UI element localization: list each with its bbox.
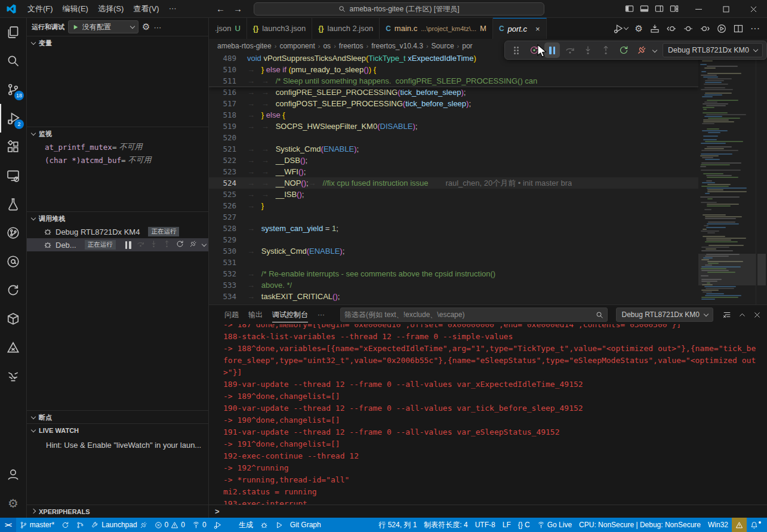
menu-查看[interactable]: 查看(V)	[128, 2, 164, 16]
editor-action-reset-halt[interactable]	[667, 24, 676, 33]
session-plug-button[interactable]	[189, 240, 197, 250]
panel-tab-···[interactable]: ···	[313, 307, 329, 322]
activity-item-embedded-tools[interactable]	[0, 362, 26, 390]
status-source-control-extra[interactable]	[73, 518, 88, 532]
activity-item-testing[interactable]	[0, 190, 26, 219]
code-line[interactable]: 510→ } else if (pmu_ready_to_sleep()) {	[209, 64, 698, 75]
panel-tab-调试控制台[interactable]: 调试控制台	[267, 306, 313, 324]
activity-item-build-tools[interactable]	[0, 333, 26, 362]
activity-item-manage[interactable]: ⚙	[0, 489, 26, 518]
status-eol[interactable]: LF	[499, 518, 515, 532]
breadcrumb-item[interactable]: os	[323, 42, 331, 50]
xperipherals-pane-header[interactable]: XPERIPHERALS	[27, 505, 208, 518]
clear-console-icon[interactable]	[723, 310, 731, 319]
chevron-down-icon[interactable]	[652, 48, 657, 53]
breadcrumb-item[interactable]: ameba-rtos-gitee	[217, 42, 272, 50]
status-encoding[interactable]: UTF-8	[472, 518, 499, 532]
session-step-into-button[interactable]	[150, 240, 158, 250]
activity-item-search[interactable]	[0, 47, 26, 75]
activity-item-extensions[interactable]	[0, 133, 26, 161]
minimap[interactable]	[698, 53, 756, 305]
code-line[interactable]: 534→ taskEXIT_CRITICAL();	[209, 291, 698, 302]
code-line[interactable]: 528→ system_can_yield = 1;	[209, 223, 698, 234]
code-line[interactable]: 523→ → __WFI();	[209, 166, 698, 177]
nav-back-button[interactable]: ←	[216, 4, 225, 14]
status-debug-bug[interactable]	[257, 518, 272, 532]
activity-item-timeline[interactable]	[0, 276, 26, 305]
code-line[interactable]: 530→ Systick_Cmd(ENABLE);	[209, 245, 698, 257]
debug-step-into-button[interactable]	[580, 42, 596, 58]
menu-选择[interactable]: 选择(S)	[93, 2, 128, 16]
breadcrumb-item[interactable]: freertos_v10.4.3	[371, 42, 423, 50]
code-line[interactable]: 520	[209, 132, 698, 143]
debug-session-selector[interactable]: Debug RTL8721Dx KM0	[663, 43, 763, 57]
breadcrumb-item[interactable]: Source	[432, 42, 454, 50]
status-cursor-position[interactable]: 行 524, 列 1	[375, 518, 420, 532]
toggle-panel-icon[interactable]	[640, 4, 649, 13]
watch-item[interactable]: at_printf_mutex = 不可用	[27, 140, 208, 153]
debug-pause-button[interactable]	[544, 42, 560, 58]
status-ports[interactable]: 0	[189, 518, 210, 532]
activity-item-explorer[interactable]	[0, 18, 26, 47]
gear-icon[interactable]: ⚙	[142, 21, 150, 32]
code-line[interactable]: 518→ } else {	[209, 109, 698, 121]
debug-restart-button[interactable]	[616, 42, 632, 58]
activity-item-source-control[interactable]: 18	[0, 75, 26, 104]
code-line[interactable]: 532→ /* Re-enable interrupts - see comme…	[209, 268, 698, 279]
activity-item-accounts[interactable]	[0, 460, 26, 489]
debug-session-dropdown[interactable]: Debug RTL8721Dx KM0	[616, 307, 713, 322]
editor-action-run-circle[interactable]	[717, 24, 726, 33]
debug-disconnect-button[interactable]	[634, 42, 649, 58]
status-git-graph[interactable]: Git Graph	[287, 518, 325, 532]
live-watch-pane-header[interactable]: LIVE WATCH	[27, 424, 208, 437]
code-line[interactable]: 516→ → configPRE_SLEEP_PROCESSING(tick_b…	[209, 87, 698, 98]
tab-.json[interactable]: .jsonU	[209, 18, 247, 39]
scrollbar[interactable]	[756, 53, 767, 305]
status-remote-indicator[interactable]: ><	[0, 518, 16, 532]
debug-session-row[interactable]: Deb...正在运行	[27, 238, 208, 251]
debug-config-dropdown[interactable]: 没有配置	[68, 20, 138, 33]
session-restart-button[interactable]	[176, 240, 184, 250]
code-line[interactable]: 527	[209, 211, 698, 223]
command-center-search[interactable]: ameba-rtos-gitee (工作区) [管理员]	[254, 2, 544, 16]
session-step-over-button[interactable]	[137, 240, 144, 250]
status-git-sync[interactable]	[58, 518, 73, 532]
maximize-button[interactable]	[712, 0, 740, 18]
minimize-button[interactable]	[685, 0, 712, 18]
activity-item-commit-search[interactable]	[0, 247, 26, 276]
editor-action-flash-download[interactable]	[650, 24, 660, 33]
status-warning-flag[interactable]	[732, 518, 747, 532]
status-build-task[interactable]: 生成	[225, 518, 257, 532]
console-filter[interactable]	[340, 307, 608, 322]
code-line[interactable]: 529	[209, 234, 698, 245]
code-editor[interactable]: 516→ → configPRE_SLEEP_PROCESSING(tick_b…	[209, 53, 767, 305]
debug-session-row[interactable]: Debug RTL8721Dx KM4正在运行	[27, 225, 208, 238]
status-notifications-bell[interactable]	[747, 518, 765, 532]
tab-port.c[interactable]: Cport.c×	[493, 18, 547, 39]
editor-action-resume[interactable]	[700, 24, 710, 33]
code-line[interactable]: 511→ → /* Sleep until something happens.…	[209, 75, 698, 87]
code-line[interactable]: 521→ → Systick_Cmd(ENABLE);	[209, 143, 698, 155]
close-panel-icon[interactable]	[753, 311, 761, 319]
toggle-sidebar-icon[interactable]	[625, 4, 634, 13]
code-line[interactable]: 525→ → __ISB();	[209, 189, 698, 200]
editor-action-split-editor[interactable]	[734, 24, 743, 33]
nav-forward-button[interactable]: →	[233, 4, 242, 14]
code-line[interactable]: 526→ }	[209, 200, 698, 211]
editor-action-halt[interactable]	[683, 24, 693, 33]
status-security-mode[interactable]: CPU: NonSecure | Debug: NonSecure	[575, 518, 704, 532]
breakpoints-pane-header[interactable]: 断点	[27, 411, 208, 423]
activity-item-package-explorer[interactable]	[0, 305, 26, 333]
close-tab-icon[interactable]: ×	[535, 24, 540, 33]
watch-pane-header[interactable]: 监视	[27, 127, 208, 140]
session-step-out-button[interactable]	[163, 240, 171, 250]
status-problems[interactable]: 00	[151, 518, 189, 532]
activity-item-run-and-debug[interactable]: 2	[0, 104, 26, 133]
editor-action-gear[interactable]: ⚙	[635, 23, 643, 34]
breadcrumb-item[interactable]: freertos	[339, 42, 364, 50]
status-platform[interactable]: Win32	[704, 518, 732, 532]
code-line[interactable]: 531	[209, 257, 698, 268]
panel-tab-输出[interactable]: 输出	[244, 306, 267, 324]
tab-launch3.json[interactable]: {}launch3.json	[247, 18, 312, 39]
tab-launch-2.json[interactable]: {}launch 2.json	[312, 18, 380, 39]
